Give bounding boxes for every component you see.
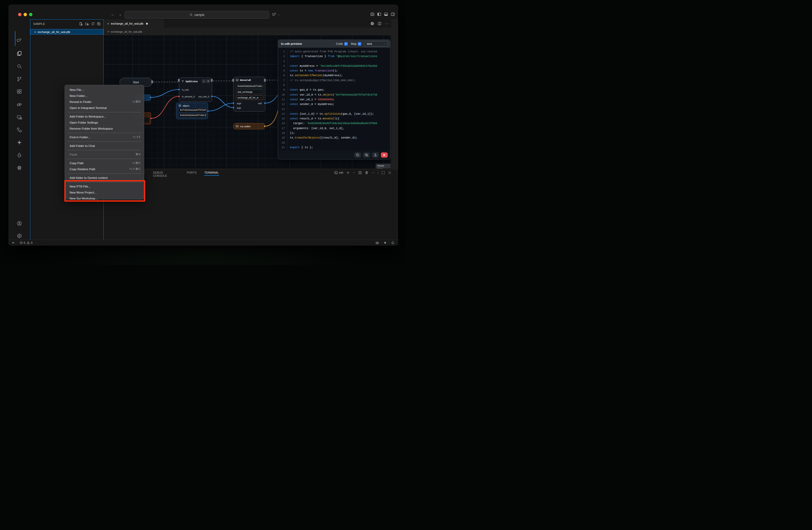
activity-item-run-debug[interactable] bbox=[9, 98, 30, 111]
command-center-search[interactable]: sample bbox=[125, 11, 269, 18]
zoom-window-button[interactable] bbox=[29, 13, 32, 16]
run-button[interactable] bbox=[381, 152, 388, 158]
add-amount-button[interactable]: + bbox=[206, 79, 210, 83]
theme-select[interactable]: dark bbox=[365, 41, 388, 46]
editor-scrollbar[interactable] bbox=[391, 36, 391, 168]
refresh-icon[interactable] bbox=[91, 22, 95, 26]
more-actions-icon[interactable] bbox=[372, 171, 375, 175]
tab-exchange-all-for-wal[interactable]: ≡ exchange_all_for_wal.ptb bbox=[104, 19, 163, 28]
arg1-handle[interactable] bbox=[232, 107, 234, 109]
modified-dot-icon[interactable] bbox=[146, 23, 148, 25]
activity-item-search[interactable] bbox=[9, 60, 30, 72]
close-window-button[interactable] bbox=[18, 13, 21, 16]
new-file-icon[interactable] bbox=[79, 22, 83, 26]
more-actions-icon[interactable]: ··· bbox=[385, 22, 389, 25]
react-flow-attribution[interactable]: React Flow bbox=[376, 164, 391, 168]
menu-item-copy-path[interactable]: Copy Path⌥⌘C bbox=[65, 160, 144, 166]
coin-variable-output-handle[interactable] bbox=[150, 96, 152, 98]
activity-item-gemini[interactable] bbox=[9, 136, 30, 149]
menu-item-new-sui-workshop[interactable]: New Sui Workshop... bbox=[65, 195, 144, 201]
chevron-down-icon[interactable] bbox=[278, 14, 280, 16]
test-button[interactable] bbox=[372, 152, 379, 158]
notifications-bell-icon[interactable] bbox=[391, 241, 394, 245]
ptb-flow-canvas[interactable]: Start SplitCoins − + in_coin in_amount_0… bbox=[104, 36, 391, 168]
wallet-output-handle[interactable] bbox=[264, 125, 266, 127]
remote-indicator[interactable]: >< bbox=[12, 241, 14, 244]
maximize-panel-icon[interactable] bbox=[381, 171, 385, 175]
activity-item-ptb-builder[interactable] bbox=[9, 124, 30, 136]
activity-item-extensions[interactable] bbox=[9, 85, 30, 98]
split-terminal-icon[interactable] bbox=[358, 171, 362, 175]
ret0-handle[interactable] bbox=[264, 102, 266, 104]
terminal-picker-icon[interactable] bbox=[353, 171, 355, 174]
new-folder-icon[interactable] bbox=[85, 22, 89, 26]
customize-layout-icon[interactable] bbox=[371, 12, 374, 16]
menu-item-reveal-in-finder[interactable]: Reveal in Finder⌥⌘R bbox=[65, 99, 144, 105]
menu-item-add-folder-to-gemini-context[interactable]: Add folder to Gemini context bbox=[65, 175, 144, 181]
package-inspect-button[interactable] bbox=[363, 152, 370, 158]
toggle-secondary-sidebar-icon[interactable] bbox=[391, 12, 395, 16]
out-coin-handle[interactable] bbox=[211, 95, 213, 97]
forward-icon[interactable]: → bbox=[118, 12, 122, 16]
close-panel-icon[interactable] bbox=[388, 171, 391, 175]
node-my-wallet[interactable]: my wallet bbox=[233, 123, 265, 129]
new-terminal-icon[interactable] bbox=[346, 171, 350, 175]
map-checkbox[interactable]: ✓ bbox=[358, 42, 361, 45]
menu-item-add-folder-to-chat[interactable]: Add Folder to Chat bbox=[65, 143, 144, 149]
object-id-field-0[interactable]: 0xf4d164ea2def5fe07dc5 bbox=[178, 108, 206, 112]
amount-variable-output-handle[interactable] bbox=[150, 117, 152, 120]
copy-button[interactable] bbox=[354, 152, 361, 158]
code-checkbox[interactable]: ✓ bbox=[344, 42, 348, 45]
menu-item-new-file[interactable]: New File... bbox=[65, 87, 144, 93]
openai-action-icon[interactable] bbox=[370, 22, 374, 26]
minimize-window-button[interactable] bbox=[24, 13, 27, 16]
activity-item-sui[interactable] bbox=[9, 149, 30, 161]
menu-item-copy-relative-path[interactable]: Copy Relative Path⌥⇧⌘C bbox=[65, 166, 144, 172]
menu-item-paste[interactable]: Paste⌘V bbox=[65, 151, 144, 157]
activity-item-explorer[interactable] bbox=[9, 47, 30, 60]
movecall-flow-in-handle[interactable] bbox=[232, 79, 234, 82]
menu-item-open-in-integrated-terminal[interactable]: Open in Integrated Terminal bbox=[65, 105, 144, 111]
warnings-status[interactable]: 0 bbox=[27, 241, 32, 244]
panel-tab-ports[interactable]: PORTS bbox=[187, 170, 197, 176]
code-preview[interactable]: 1// Auto-generated from PTB Program (cha… bbox=[278, 48, 390, 151]
activity-item-openai[interactable] bbox=[9, 162, 30, 174]
remove-amount-button[interactable]: − bbox=[202, 79, 206, 83]
splitcoins-flow-out-handle[interactable] bbox=[211, 79, 213, 82]
activity-item-chat[interactable] bbox=[9, 34, 30, 46]
breadcrumb[interactable]: ≡ exchange_all_for_wal.ptb bbox=[104, 28, 391, 36]
back-icon[interactable]: ← bbox=[111, 12, 115, 16]
copilot-icon[interactable] bbox=[375, 241, 379, 245]
explorer-section-header[interactable]: SAMPLE bbox=[30, 20, 103, 28]
toggle-panel-icon[interactable] bbox=[384, 12, 388, 16]
chat-add-icon[interactable] bbox=[272, 12, 276, 16]
menu-item-new-ptb-file[interactable]: New PTB File... bbox=[65, 183, 144, 189]
panel-tab-debug-console[interactable]: DEBUG CONSOLE bbox=[153, 170, 167, 179]
movecall-package-field[interactable]: 0x82593828ed3fcb8c bbox=[236, 84, 263, 88]
split-editor-icon[interactable] bbox=[378, 22, 381, 25]
movecall-flow-out-handle[interactable] bbox=[264, 79, 266, 82]
object-output-handle[interactable] bbox=[207, 110, 209, 112]
movecall-module-dropdown[interactable]: wal_exchange bbox=[236, 89, 263, 94]
movecall-function-dropdown[interactable]: exchange_all_for_w bbox=[236, 95, 263, 100]
panel-tab-terminal[interactable]: TERMINAL bbox=[204, 170, 219, 176]
start-flow-handle[interactable] bbox=[151, 80, 153, 83]
menu-item-find-in-folder[interactable]: Find in Folder...⌥⇧F bbox=[65, 134, 144, 140]
activity-item-remote-explorer[interactable] bbox=[9, 111, 30, 124]
errors-status[interactable]: 0 bbox=[20, 241, 25, 244]
activity-item-source-control[interactable] bbox=[9, 73, 30, 85]
toggle-primary-sidebar-icon[interactable] bbox=[377, 12, 381, 16]
object-id-field-1[interactable]: 0x82593828ed3fcb8c6a bbox=[178, 113, 206, 117]
in-amount-handle[interactable] bbox=[178, 95, 180, 97]
node-object[interactable]: object 0xf4d164ea2def5fe07dc5 0x82593828… bbox=[176, 103, 208, 119]
menu-item-remove-folder-from-workspace[interactable]: Remove Folder from Workspace bbox=[65, 125, 144, 131]
splitcoins-flow-in-handle[interactable] bbox=[178, 79, 180, 82]
kill-terminal-icon[interactable] bbox=[365, 171, 368, 175]
collapse-all-icon[interactable] bbox=[97, 22, 101, 26]
sparkle-icon[interactable] bbox=[383, 241, 387, 244]
in-coin-handle[interactable] bbox=[178, 88, 180, 90]
terminal-shell[interactable]: zsh bbox=[334, 171, 343, 175]
arg0-handle[interactable] bbox=[232, 102, 234, 104]
node-splitcoins[interactable]: SplitCoins − + in_coin in_amount_0 out_c… bbox=[179, 78, 212, 102]
menu-item-new-folder[interactable]: New Folder... bbox=[65, 93, 144, 99]
